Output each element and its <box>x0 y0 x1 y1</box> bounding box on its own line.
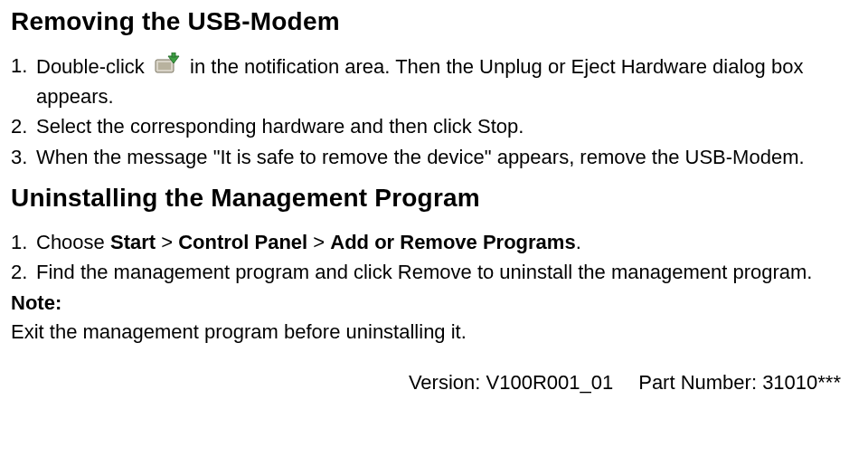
step-1-remove: 1. Double-click in the notification area… <box>11 52 846 109</box>
step-2-uninstall: 2. Find the management program and click… <box>11 259 846 286</box>
svg-rect-2 <box>172 52 175 57</box>
step-2-body: Select the corresponding hardware and th… <box>36 113 846 140</box>
heading-uninstalling-program: Uninstalling the Management Program <box>11 184 846 213</box>
separator: > <box>307 231 330 253</box>
step-2-uninstall-body: Find the management program and click Re… <box>36 259 846 286</box>
lead-text: Choose <box>36 231 110 253</box>
list-marker: 3. <box>11 144 36 171</box>
menu-start: Start <box>110 231 156 253</box>
step-1-uninstall: 1. Choose Start > Control Panel > Add or… <box>11 229 846 256</box>
document-page: Removing the USB-Modem 1. Double-click i… <box>0 0 868 395</box>
unplug-eject-icon <box>154 52 181 83</box>
part-number-text: Part Number: 31010*** <box>638 371 841 394</box>
list-marker: 1. <box>11 52 36 80</box>
step-2-remove: 2. Select the corresponding hardware and… <box>11 113 846 140</box>
list-marker: 1. <box>11 229 36 256</box>
note-text: Exit the management program before unins… <box>11 319 846 346</box>
step-1-uninstall-body: Choose Start > Control Panel > Add or Re… <box>36 229 846 256</box>
separator: > <box>156 231 178 253</box>
menu-control-panel: Control Panel <box>178 231 307 253</box>
step-3-remove: 3. When the message "It is safe to remov… <box>11 144 846 171</box>
step-1-body: Double-click in the notification area. T… <box>36 52 846 109</box>
note-label: Note: <box>11 290 846 317</box>
svg-rect-1 <box>158 62 171 70</box>
tail-text: . <box>576 231 581 253</box>
list-marker: 2. <box>11 113 36 140</box>
list-marker: 2. <box>11 259 36 286</box>
footer-version-line: Version: V100R001_01Part Number: 31010**… <box>11 371 846 395</box>
step-1-post: in the notification area. Then the Unplu… <box>36 55 803 108</box>
menu-add-remove: Add or Remove Programs <box>330 231 575 253</box>
step-3-body: When the message "It is safe to remove t… <box>36 144 846 171</box>
step-1-pre: Double-click <box>36 55 145 78</box>
version-text: Version: V100R001_01 <box>409 371 613 394</box>
heading-removing-usb-modem: Removing the USB-Modem <box>11 7 846 36</box>
